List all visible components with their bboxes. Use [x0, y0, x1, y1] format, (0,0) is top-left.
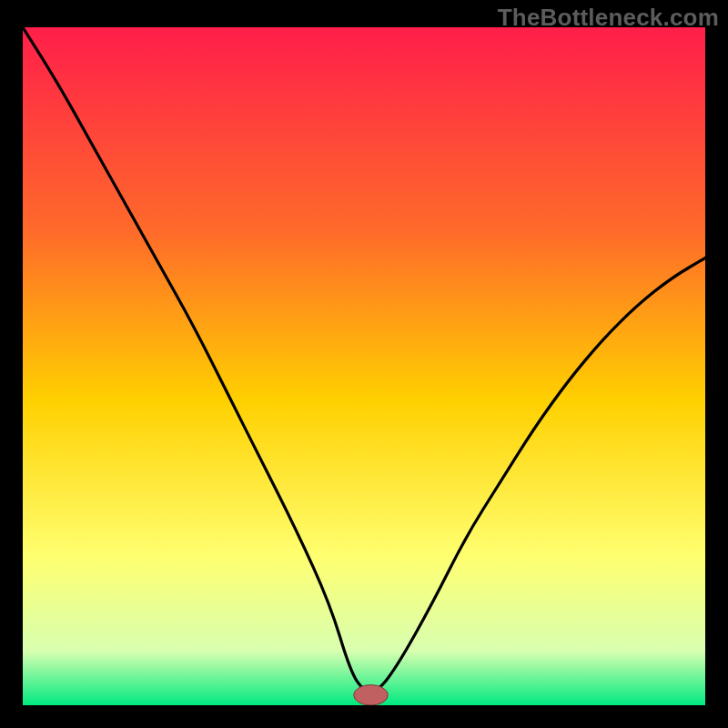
chart-frame: TheBottleneck.com [0, 0, 728, 728]
gradient-background [23, 27, 705, 705]
optimal-marker [354, 685, 389, 705]
plot-svg [23, 27, 705, 705]
bottleneck-plot [23, 27, 705, 705]
